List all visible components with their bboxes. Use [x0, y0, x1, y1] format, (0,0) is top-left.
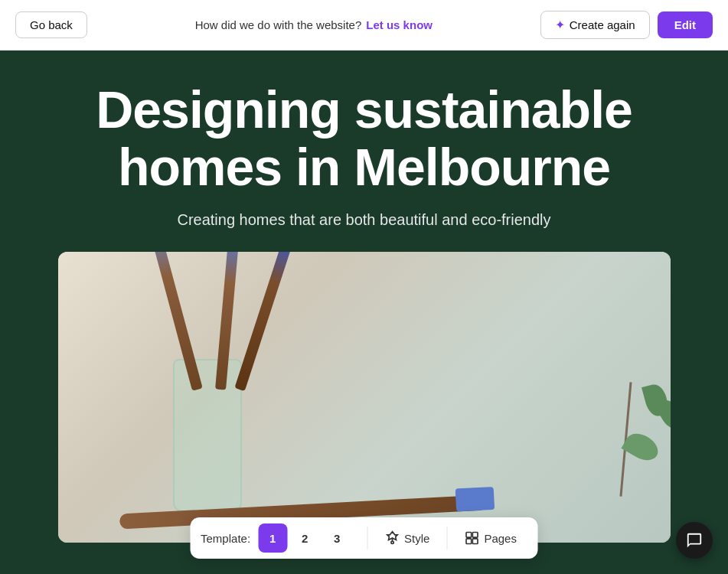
let-us-know-link[interactable]: Let us know	[366, 18, 433, 31]
bottom-toolbar: Template: 1 2 3 Style Pages	[190, 517, 538, 559]
navbar-left: Go back	[15, 11, 87, 38]
template-page-3-button[interactable]: 3	[322, 523, 351, 553]
navbar: Go back How did we do with the website? …	[0, 0, 728, 51]
jar-element	[173, 359, 242, 512]
flat-brush-head	[455, 487, 495, 512]
pages-label: Pages	[484, 532, 517, 545]
edit-button[interactable]: Edit	[658, 11, 713, 38]
style-button[interactable]: Style	[374, 524, 440, 552]
template-numbers: 1 2 3	[258, 523, 351, 553]
create-again-button[interactable]: ✦ Create again	[540, 11, 650, 39]
hero-title: Designing sustainable homes in Melbourne	[15, 81, 713, 196]
hero-image-bg	[58, 252, 671, 543]
toolbar-divider-2	[446, 527, 447, 550]
template-page-1-button[interactable]: 1	[258, 523, 287, 553]
hero-section: Designing sustainable homes in Melbourne…	[0, 0, 728, 574]
svg-rect-4	[472, 539, 478, 544]
navbar-right: ✦ Create again Edit	[540, 11, 713, 39]
style-icon	[384, 530, 400, 546]
toolbar-divider	[367, 527, 367, 550]
navbar-center: How did we do with the website? Let us k…	[195, 18, 433, 31]
hero-image	[58, 252, 671, 543]
go-back-button[interactable]: Go back	[15, 11, 87, 38]
feedback-question: How did we do with the website?	[195, 18, 362, 31]
chat-button[interactable]	[676, 522, 713, 559]
template-page-2-button[interactable]: 2	[290, 523, 319, 553]
hero-subtitle: Creating homes that are both beautiful a…	[15, 211, 713, 229]
hero-text-block: Designing sustainable homes in Melbourne…	[0, 51, 728, 252]
sparkle-icon: ✦	[555, 18, 565, 32]
svg-point-0	[390, 541, 393, 543]
toothbrush-3	[234, 252, 294, 391]
style-label: Style	[404, 532, 429, 545]
create-again-label: Create again	[570, 18, 635, 31]
pages-icon	[464, 530, 479, 546]
chat-icon	[686, 532, 703, 549]
template-label: Template:	[201, 532, 250, 545]
svg-rect-1	[466, 533, 472, 538]
svg-rect-2	[472, 533, 478, 538]
pages-button[interactable]: Pages	[453, 524, 527, 552]
svg-rect-3	[466, 539, 472, 544]
